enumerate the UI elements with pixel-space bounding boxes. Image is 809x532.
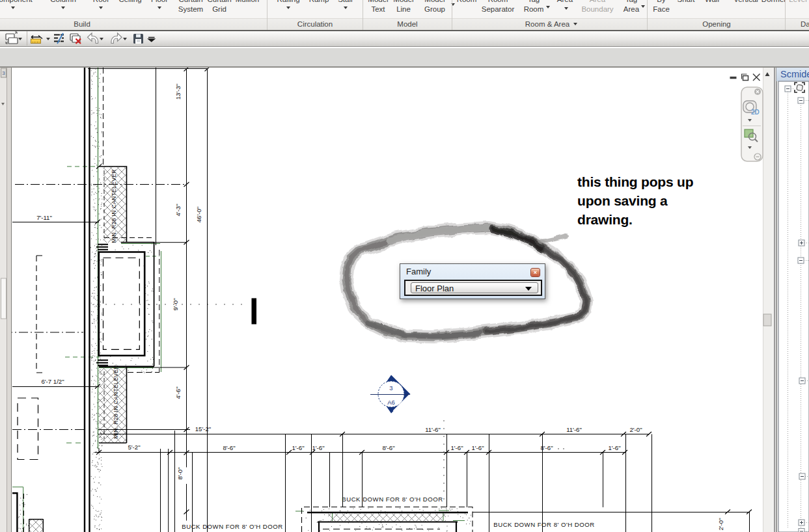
svg-text:MIN. R28 IN CANTELEVER: MIN. R28 IN CANTELEVER xyxy=(113,365,119,439)
svg-text:7'-11": 7'-11" xyxy=(36,214,52,221)
svg-text:15'-2": 15'-2" xyxy=(195,425,211,432)
svg-text:BUCK DOWN FOR 8' O'H DOOR: BUCK DOWN FOR 8' O'H DOOR xyxy=(342,496,443,503)
svg-text:8'-6": 8'-6" xyxy=(223,444,235,451)
svg-text:2'-0": 2'-0" xyxy=(629,426,642,433)
svg-text:Scmidek: Scmidek xyxy=(780,69,809,79)
svg-text:1'-6": 1'-6" xyxy=(312,444,324,451)
svg-text:8'-0": 8'-0" xyxy=(176,467,184,479)
svg-text:9'-0": 9'-0" xyxy=(172,298,179,310)
svg-text:MIN. R28 IN CANTELEVER: MIN. R28 IN CANTELEVER xyxy=(111,169,117,243)
svg-text:BUCK DOWN FOR 8' O'H DOOR: BUCK DOWN FOR 8' O'H DOOR xyxy=(182,523,282,530)
svg-text:6'-7 1/2": 6'-7 1/2" xyxy=(41,378,64,385)
svg-text:1'-6": 1'-6" xyxy=(450,444,463,451)
svg-text:3: 3 xyxy=(389,384,392,392)
svg-text:4'-3": 4'-3" xyxy=(174,204,182,216)
svg-text:3: 3 xyxy=(2,70,5,76)
svg-text:1'-6": 1'-6" xyxy=(471,444,484,451)
svg-text:11'-6": 11'-6" xyxy=(566,426,582,433)
svg-text:13'-3": 13'-3" xyxy=(174,84,182,100)
svg-text:5'-2": 5'-2" xyxy=(128,444,140,451)
svg-text:46'-0": 46'-0" xyxy=(195,207,202,222)
svg-text:4'-6": 4'-6" xyxy=(174,386,182,399)
svg-text:2'-0": 2'-0" xyxy=(717,518,724,530)
svg-text:8'-6": 8'-6" xyxy=(540,444,553,451)
svg-text:A6: A6 xyxy=(387,399,395,406)
svg-text:2D: 2D xyxy=(751,109,760,116)
svg-text:1'-6": 1'-6" xyxy=(608,444,620,451)
svg-text:1'-6": 1'-6" xyxy=(292,444,304,451)
svg-text:11'-6": 11'-6" xyxy=(425,426,441,433)
svg-text:BUCK DOWN FOR 8' O'H DOOR: BUCK DOWN FOR 8' O'H DOOR xyxy=(493,521,594,528)
svg-text:8'-6": 8'-6" xyxy=(382,444,394,451)
